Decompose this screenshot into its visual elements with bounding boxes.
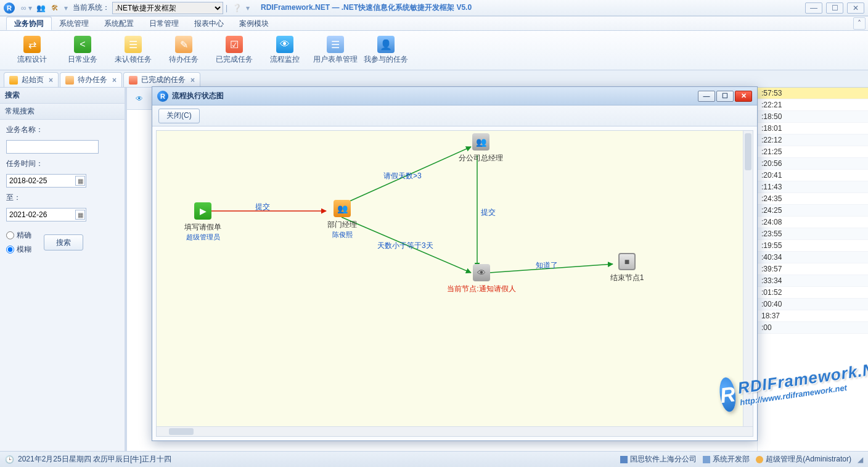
edge-label-submit1: 提交 [255, 202, 270, 212]
ribbon-toolbar: ⇄流程设计 <日常业务 ☰未认领任务 ✎待办任务 ☑已完成任务 👁流程监控 ☰用… [0, 31, 868, 70]
window-close-button[interactable]: ✕ [847, 2, 864, 14]
flow-node-start[interactable]: ▶ 填写请假单 超级管理员 [175, 202, 231, 242]
menu-tab-syscfg[interactable]: 系统配置 [97, 17, 142, 30]
tab-close-icon[interactable]: × [112, 76, 117, 85]
flow-status-dialog: R 流程执行状态图 — ☐ ✕ 关闭(C) 提交 [152, 86, 758, 441]
time-cell[interactable]: :01:52 [758, 287, 868, 299]
flow-node-branch[interactable]: 👥 分公司总经理 [450, 133, 512, 163]
calendar-icon[interactable]: ▦ [75, 210, 85, 220]
edit-icon [65, 76, 74, 85]
menu-tab-sysmgmt[interactable]: 系统管理 [52, 17, 97, 30]
time-cell[interactable]: :22:21 [758, 99, 868, 111]
canvas-vertical-scrollbar[interactable] [743, 131, 753, 426]
search-section-label: 常规搜索 [0, 104, 125, 120]
building-icon [620, 456, 628, 463]
time-cell[interactable]: 18:37 [758, 310, 868, 322]
edge-label-know: 知道了 [536, 260, 558, 271]
time-cell[interactable]: :18:01 [758, 123, 868, 134]
radio-exact[interactable]: 精确 [6, 230, 31, 241]
calendar-icon [129, 76, 137, 85]
dept-icon [703, 456, 710, 463]
radio-fuzzy[interactable]: 模糊 [6, 244, 31, 255]
doctab-start[interactable]: 起始页× [4, 72, 59, 87]
date-to-input[interactable] [6, 208, 86, 221]
time-cell[interactable]: :22:12 [758, 134, 868, 146]
status-bar: 🕒 2021年2月25日星期四 农历甲辰日[牛]正月十四 国思软件上海分公司 系… [0, 451, 868, 467]
date-from-input[interactable] [6, 174, 86, 188]
dialog-close-button[interactable]: ✕ [735, 91, 752, 102]
main-menu: 业务协同 系统管理 系统配置 日常管理 报表中心 案例模块 ˄ [0, 16, 868, 31]
ribbon-todo[interactable]: ✎待办任务 [159, 35, 208, 66]
menu-tab-case[interactable]: 案例模块 [232, 17, 277, 30]
doctab-done[interactable]: 已完成的任务× [123, 72, 200, 87]
box-icon: ⇄ [23, 36, 41, 53]
ribbon-my-tasks[interactable]: 👤我参与的任务 [361, 35, 411, 66]
menu-tab-report[interactable]: 报表中心 [187, 17, 232, 30]
time-cell[interactable]: :24:25 [758, 205, 868, 217]
time-cell[interactable]: :23:55 [758, 228, 868, 240]
time-cell[interactable]: :24:35 [758, 193, 868, 205]
avatar-icon [756, 456, 763, 463]
ribbon-flow-design[interactable]: ⇄流程设计 [7, 35, 57, 66]
time-cell[interactable]: :24:08 [758, 217, 868, 228]
flow-canvas[interactable]: 提交 请假天数>3 天数小于等于3天 提交 知道了 ▶ 填写请假单 超级管理员 … [156, 130, 753, 437]
tab-close-icon[interactable]: × [190, 76, 195, 85]
search-sidebar: 搜索 常规搜索 业务名称： 任务时间： ▦ 至： ▦ 精确 模糊 搜索 [0, 88, 127, 451]
edit-icon: ✎ [175, 36, 192, 53]
time-cell[interactable]: :00:40 [758, 299, 868, 310]
edge-label-submit2: 提交 [481, 207, 496, 218]
time-cell[interactable]: :20:41 [758, 170, 868, 181]
window-maximize-button[interactable]: ☐ [826, 2, 843, 14]
time-cell[interactable]: :00 [758, 322, 868, 334]
tools-icon[interactable]: 🛠 [50, 3, 60, 13]
canvas-horizontal-scrollbar[interactable] [157, 426, 753, 436]
biz-name-input[interactable] [6, 140, 99, 154]
time-cell[interactable]: :57:53 [758, 88, 868, 99]
time-cell[interactable]: :33:34 [758, 275, 868, 287]
flow-node-notify[interactable]: 👁 当前节点:通知请假人 [435, 264, 528, 294]
status-date: 2021年2月25日星期四 农历甲辰日[牛]正月十四 [18, 454, 171, 465]
doctab-todo[interactable]: 待办任务× [60, 72, 122, 87]
time-cell[interactable]: :11:43 [758, 181, 868, 193]
current-system-label: 当前系统： [73, 2, 110, 13]
tab-close-icon[interactable]: × [49, 76, 53, 85]
app-logo-icon: R [4, 2, 15, 14]
menu-tab-biz[interactable]: 业务协同 [6, 17, 52, 30]
time-cell[interactable]: :21:25 [758, 146, 868, 158]
menu-tab-daily[interactable]: 日常管理 [142, 17, 187, 30]
ribbon-collapse-button[interactable]: ˄ [853, 17, 866, 30]
dialog-toolbar: 关闭(C) [152, 105, 757, 126]
calendar-check-icon: ☑ [226, 36, 243, 53]
ribbon-flow-monitor[interactable]: 👁流程监控 [260, 35, 309, 66]
status-resize-grip-icon[interactable]: ◢ [858, 455, 863, 464]
system-select[interactable]: .NET敏捷开发框架 [112, 2, 223, 14]
time-column: :57:53:22:21:18:50:18:01:22:12:21:25:20:… [757, 88, 868, 451]
flow-node-dept[interactable]: 👥 部门经理 陈俊熙 [314, 200, 370, 239]
ribbon-done[interactable]: ☑已完成任务 [210, 35, 259, 66]
dialog-titlebar[interactable]: R 流程执行状态图 — ☐ ✕ [152, 87, 757, 105]
app-title: RDIFramework.NET — .NET快速信息化系统敏捷开发框架 V5.… [261, 2, 472, 13]
dialog-title: 流程执行状态图 [172, 91, 224, 101]
ribbon-unclaimed[interactable]: ☰未认领任务 [108, 35, 158, 66]
date-to-label: 至： [6, 192, 118, 203]
search-button[interactable]: 搜索 [44, 234, 83, 250]
dialog-minimize-button[interactable]: — [698, 91, 715, 102]
dialog-maximize-button[interactable]: ☐ [716, 91, 734, 102]
eye-icon: 👁 [136, 94, 143, 103]
calendar-icon[interactable]: ▦ [75, 176, 85, 186]
dialog-close-action-button[interactable]: 关闭(C) [158, 109, 200, 123]
time-cell[interactable]: :19:55 [758, 240, 868, 252]
time-cell[interactable]: :18:50 [758, 111, 868, 123]
time-cell[interactable]: :20:56 [758, 158, 868, 170]
eye-outline-icon: 👁 [473, 264, 490, 281]
flow-node-end[interactable]: ■ 结束节点1 [599, 253, 655, 283]
ribbon-user-form[interactable]: ☰用户表单管理 [311, 35, 360, 66]
ribbon-daily-biz[interactable]: <日常业务 [58, 35, 107, 66]
time-cell[interactable]: :39:57 [758, 263, 868, 275]
time-cell[interactable]: :40:34 [758, 252, 868, 263]
help-icon[interactable]: ❔ [232, 3, 242, 13]
toolbar-peek: 👁 [127, 88, 152, 110]
window-minimize-button[interactable]: — [805, 2, 822, 14]
search-header: 搜索 [0, 88, 125, 104]
users-icon[interactable]: 👥 [36, 3, 46, 13]
